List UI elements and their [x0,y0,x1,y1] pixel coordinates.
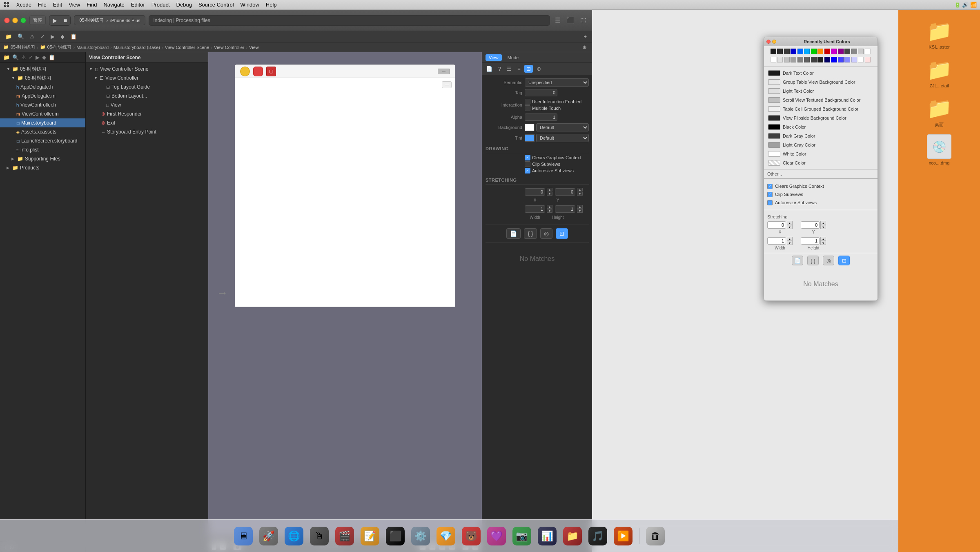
apple-menu[interactable]: ⌘ [3,1,10,9]
mt-checkbox[interactable] [525,105,530,111]
outline-exit[interactable]: ⊗ Exit [86,118,208,127]
file-dmg[interactable]: 💿 xco....dmg [927,134,951,165]
dock-screencap[interactable]: 📷 [511,525,533,547]
swatch-15[interactable] [865,49,871,54]
inspector-file-tab[interactable]: 📄 [484,65,494,73]
cp-w-down[interactable]: ▼ [787,241,793,245]
swatch-14[interactable] [858,49,864,54]
tree-item-appdelegate-m[interactable]: m AppDelegate.m [0,91,85,100]
swatch-4[interactable] [791,49,796,54]
cp-cb-clip-box[interactable]: ✓ [767,192,773,197]
outline-vc[interactable]: ▼ ⊡ View Controller [86,73,208,82]
cp-item-table-grouped[interactable]: Table Cell Grouped Background Color [767,105,874,114]
outline-entry-point[interactable]: → Storyboard Entry Point [86,127,208,136]
stretch-h-input[interactable] [555,205,575,213]
dock-filezilla[interactable]: 📁 [561,525,584,547]
tree-item-supporting[interactable]: ▶ 📁 Supporting Files [0,154,85,163]
cp-y-input[interactable] [801,221,820,229]
w-down-btn[interactable]: ▼ [547,209,552,213]
outline-top-layout[interactable]: ⊟ Top Layout Guide [86,82,208,91]
multiple-touch-cb[interactable]: Multiple Touch [525,105,581,111]
swatch-11[interactable] [838,49,844,54]
tab-doc-icon[interactable]: 📄 [506,228,521,239]
swatch-21[interactable] [804,57,810,62]
nav-warning-icon[interactable]: ⚠ [21,54,26,60]
inspector-identity-tab[interactable]: ☰ [505,65,514,73]
scheme-selector[interactable]: 05-时钟练习 › iPhone 6s Plus [74,15,145,25]
cp-h-up[interactable]: ▲ [820,237,826,241]
cp-close[interactable] [766,40,771,44]
semantic-select[interactable]: Unspecified [525,78,589,87]
nav-file-icon[interactable]: 📁 [3,54,10,60]
stretch-y-input[interactable] [555,188,575,196]
user-interaction-cb[interactable]: User Interaction Enabled [525,99,581,105]
tree-item-assets[interactable]: ◈ Assets.xcassets [0,127,85,136]
cp-item-dark-text[interactable]: Dark Text Color [767,69,874,78]
swatch-7[interactable] [811,49,817,54]
cp-item-dark-gray[interactable]: Dark Gray Color [767,131,874,140]
breadcrumb-base[interactable]: Main.storyboard (Base) [114,45,160,50]
breadcrumb-action[interactable]: ⊕ [580,43,589,51]
icon-red-sq[interactable] [253,67,263,76]
menu-navigate[interactable]: Navigate [103,2,124,8]
dock-video2[interactable]: ▶️ [612,525,634,547]
breadcrumb-scene[interactable]: View Controller Scene [165,45,209,50]
close-button[interactable] [4,18,10,23]
utilities-toggle[interactable]: ⬚ [579,16,588,25]
dock-safari[interactable]: 🌐 [283,525,305,547]
iphone-control-btn[interactable]: — [438,69,450,74]
breadcrumb-file[interactable]: Main.storyboard [76,45,109,50]
y-up-btn[interactable]: ▲ [577,188,583,191]
nav-report-icon[interactable]: 📋 [68,33,79,40]
as-checkbox[interactable]: ✓ [525,168,530,174]
breadcrumb-view[interactable]: View [249,45,259,50]
cp-item-light-gray[interactable]: Light Gray Color [767,140,874,149]
breadcrumb-project[interactable]: 05-时钟练习 [11,44,35,50]
nav-report-icon-2[interactable]: 📋 [49,54,55,60]
cp-cb-autoresize[interactable]: ✓ Autoresize Subviews [767,198,874,207]
dock-launchpad[interactable]: 🚀 [258,525,280,547]
dock-finder[interactable]: 🖥 [232,525,254,547]
cp-minimize[interactable] [772,40,776,44]
inspector-size-tab[interactable]: ⊡ [524,65,533,73]
nav-search-icon[interactable]: 🔍 [12,54,19,60]
tree-item-viewcontroller-m[interactable]: m ViewController.m [0,109,85,118]
cp-cb-clears-box[interactable]: ✓ [767,184,773,189]
menu-view[interactable]: View [69,2,80,8]
tree-item-appdelegate-h[interactable]: h AppDelegate.h [0,82,85,91]
menu-edit[interactable]: Edit [53,2,62,8]
cp-tab-doc[interactable]: 📄 [792,256,803,265]
nav-issue-icon[interactable]: ⚠ [28,33,37,40]
menu-editor[interactable]: Editor [131,2,145,8]
nav-run-icon[interactable]: ▶ [36,54,40,60]
menu-source-control[interactable]: Source Control [198,2,234,8]
breadcrumb-group[interactable]: 05-时钟练习 [47,44,72,50]
maximize-button[interactable] [20,18,26,23]
inspector-quickhelp-tab[interactable]: ? [496,65,503,73]
cp-item-light-text[interactable]: Light Text Color [767,87,874,96]
x-down-btn[interactable]: ▼ [547,192,552,196]
nav-folder-icon[interactable]: 📁 [3,33,14,40]
swatch-12[interactable] [844,49,850,54]
clip-subviews-cb[interactable]: Clip Subviews [525,161,581,167]
swatch-23[interactable] [817,57,823,62]
swatch-29[interactable] [858,57,864,62]
cp-y-down[interactable]: ▼ [820,225,826,229]
swatch-16[interactable] [771,57,776,62]
cs-checkbox[interactable] [525,161,530,167]
cp-cb-clears[interactable]: ✓ Clears Graphics Context [767,182,874,190]
cp-y-up[interactable]: ▲ [820,221,826,225]
swatch-20[interactable] [797,57,803,62]
w-up-btn[interactable]: ▲ [547,205,552,209]
cg-checkbox[interactable]: ✓ [525,155,530,160]
dock-bear[interactable]: 🐻 [460,525,482,547]
dock-music[interactable]: 🎵 [587,525,609,547]
cp-item-clear[interactable]: Clear Color [767,158,874,167]
background-select[interactable]: Default [536,123,589,131]
pause-button[interactable]: 暂停 [29,16,46,25]
cp-tab-braces[interactable]: { } [807,256,819,265]
tree-item-infoplist[interactable]: ≡ Info.plist [0,145,85,154]
dock-dash[interactable]: 📊 [536,525,558,547]
tab-square-active-icon[interactable]: ⊡ [556,228,568,239]
dock-syspref[interactable]: ⚙️ [410,525,432,547]
